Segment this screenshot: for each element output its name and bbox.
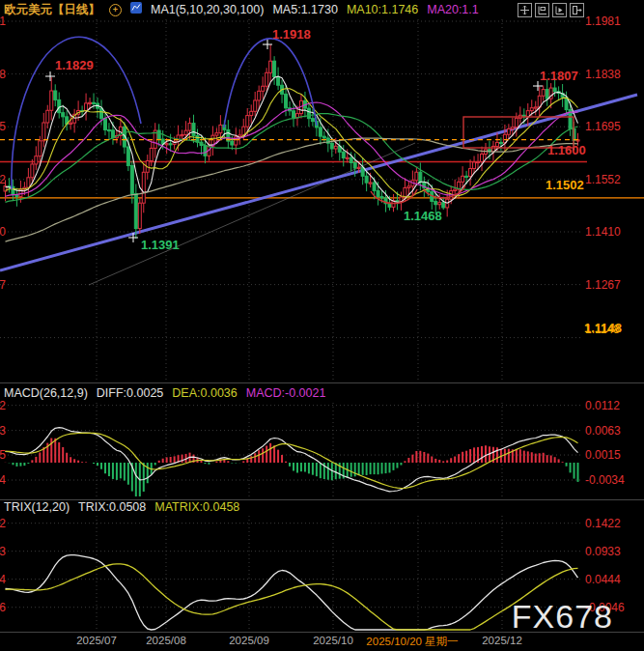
y-axis-label: -0.0034 — [585, 473, 643, 487]
x-axis-label-selected-date: 2025/10/20 星期一 — [366, 635, 458, 649]
ma-group-label: MA1(5,10,20,30,100) — [151, 3, 264, 17]
y-axis-label: 1.1552 — [585, 173, 643, 186]
clipped-axis-label: 1.1410 — [0, 225, 7, 239]
mini-chart-icon[interactable] — [130, 2, 142, 17]
clipped-axis-label: 0.0112 — [0, 399, 7, 412]
measure-tool-icon[interactable] — [535, 3, 549, 17]
price-annotation: 1.1502 — [546, 179, 584, 192]
add-indicator-icon[interactable]: + — [109, 4, 122, 16]
clipped-axis-label: 1.1838 — [0, 68, 7, 81]
y-axis-label: 1.1695 — [585, 120, 643, 133]
trix-title[interactable]: TRIX(12,20) — [4, 500, 70, 514]
y-axis-label: 0.0933 — [585, 545, 643, 558]
clipped-axis-label: 1.1552 — [0, 173, 7, 186]
clipped-axis-label: 0.0063 — [0, 424, 7, 438]
macd-hist-value: MACD:-0.0021 — [246, 386, 326, 400]
price-annotation: 1.1807 — [540, 70, 578, 83]
price-annotation: 1.1391 — [141, 239, 180, 252]
chart-header: 欧元美元【日线】 + MA1(5,10,20,30,100) MA5:1.173… — [4, 2, 524, 17]
x-axis-label: 2025/07 — [76, 635, 117, 646]
x-axis-label: 2025/12 — [482, 635, 522, 646]
clipped-axis-label: 0.0444 — [0, 573, 7, 586]
clipped-axis-label: 1.1695 — [0, 120, 7, 133]
price-annotation: 1.1148 — [584, 322, 622, 335]
macd-title[interactable]: MACD(26,12,9) — [4, 386, 88, 400]
clipped-axis-label: 0.0015 — [0, 448, 7, 462]
macd-diff-value: DIFF:0.0025 — [97, 386, 163, 400]
y-axis-label: 0.0015 — [585, 448, 643, 462]
macd-panel-header: MACD(26,12,9) DIFF:0.0025 DEA:0.0036 MAC… — [4, 386, 331, 400]
x-axis-label: 2025/10 — [313, 635, 353, 646]
clipped-axis-label: 0.0933 — [0, 545, 7, 558]
ma20-value: MA20:1.1 — [427, 3, 479, 17]
move-tool-icon[interactable] — [518, 3, 532, 17]
price-annotation: 1.1829 — [55, 59, 94, 72]
trix-panel-header: TRIX(12,20) TRIX:0.0508 MATRIX:0.0458 — [4, 500, 245, 514]
ma10-value: MA10:1.1746 — [347, 3, 418, 17]
y-axis-label: 1.1838 — [585, 68, 643, 81]
y-axis-label: 1.1267 — [585, 278, 643, 292]
y-axis-label: 1.1410 — [585, 225, 643, 239]
price-annotation: 1.1600 — [547, 144, 586, 157]
price-annotation: 1.1918 — [272, 28, 311, 42]
exit-tool-icon[interactable] — [570, 3, 584, 17]
x-axis-label: 2025/08 — [146, 635, 186, 646]
y-axis-label: 1.1981 — [585, 14, 643, 28]
clipped-axis-label: -0.0034 — [0, 473, 7, 487]
clipped-axis-label: 0.1422 — [0, 517, 7, 530]
clipped-axis-label: 1.1267 — [0, 278, 7, 292]
y-axis-label: 0.0063 — [585, 424, 643, 438]
y-axis-label: 0.0444 — [585, 573, 643, 586]
chart-toolbar — [518, 3, 584, 17]
macd-dea-value: DEA:0.0036 — [172, 386, 237, 400]
clipped-axis-label: -0.0046 — [0, 601, 7, 614]
price-annotation: 1.1468 — [404, 210, 442, 223]
watermark: FX678 — [512, 598, 613, 636]
chart-app-window: 欧元美元【日线】 + MA1(5,10,20,30,100) MA5:1.173… — [0, 0, 644, 651]
trix-value: TRIX:0.0508 — [78, 500, 146, 514]
x-axis-label: 2025/09 — [229, 635, 269, 646]
y-axis-label: 0.1422 — [585, 517, 643, 530]
y-axis-label: 0.0112 — [585, 399, 643, 412]
ma5-value: MA5:1.1730 — [272, 3, 337, 17]
chart-canvas[interactable] — [0, 0, 644, 651]
clipped-axis-label: 1.1981 — [0, 14, 7, 28]
matrix-value: MATRIX:0.0458 — [154, 500, 239, 514]
playback-tool-icon[interactable] — [552, 3, 567, 17]
symbol-title[interactable]: 欧元美元【日线】 — [4, 3, 100, 17]
